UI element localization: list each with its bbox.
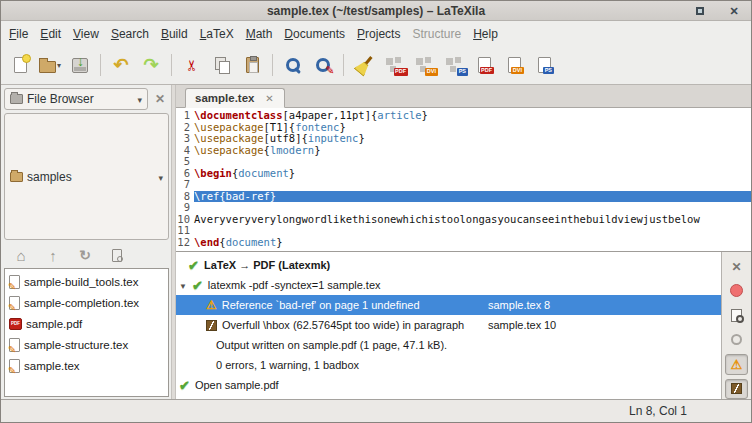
editor-line-6[interactable]: 6\begin{document}: [176, 168, 751, 180]
show-warnings-toggle[interactable]: [725, 354, 748, 375]
maximize-button[interactable]: [691, 4, 709, 18]
search-replace-icon: [315, 57, 332, 74]
line-number: 7: [176, 179, 194, 191]
close-tab-button[interactable]: [263, 92, 275, 104]
code-text: \begin{document}: [194, 168, 751, 180]
gears-icon: PS: [445, 57, 464, 74]
show-errors-toggle[interactable]: [725, 330, 748, 351]
cut-button[interactable]: [178, 51, 206, 79]
menu-edit[interactable]: Edit: [34, 24, 67, 44]
editor[interactable]: 1\documentclass[a4paper,11pt]{article}2\…: [176, 108, 751, 251]
build-latex-to-ps-button[interactable]: PS: [440, 51, 468, 79]
tab-label: sample.tex: [195, 92, 254, 104]
menu-build[interactable]: Build: [155, 24, 194, 44]
jump-icon: [112, 249, 122, 262]
dvi-badge: DVI: [425, 68, 437, 76]
show-details-button[interactable]: [725, 305, 748, 326]
directory-label: samples: [27, 170, 72, 184]
tab-sample-tex[interactable]: sample.tex: [185, 88, 285, 108]
window-buttons: [691, 1, 743, 20]
close-button[interactable]: [725, 4, 743, 18]
close-side-panel-button[interactable]: [151, 90, 169, 108]
code-text: Averyveryverylongwordlikethisonewhichist…: [194, 214, 751, 226]
view-dvi-button[interactable]: DVI: [500, 51, 528, 79]
redo-button[interactable]: [137, 51, 165, 79]
build-message-row[interactable]: ✔Open sample.pdf: [176, 375, 721, 395]
abort-build-button[interactable]: [725, 281, 748, 302]
build-message-text: Output written on sample.pdf (1 page, 47…: [216, 339, 447, 351]
file-list-item[interactable]: sample-build_tools.tex: [5, 271, 168, 292]
search-replace-button[interactable]: [309, 51, 337, 79]
build-message-row[interactable]: Overfull \hbox (62.57645pt too wide) in …: [176, 315, 721, 335]
code-text: \usepackage{lmodern}: [194, 145, 751, 157]
build-message-line: 8: [544, 299, 550, 311]
build-message-text: Open sample.pdf: [195, 379, 279, 391]
tex-file-icon: [9, 338, 20, 352]
menu-view[interactable]: View: [67, 24, 105, 44]
menu-math[interactable]: Math: [240, 24, 279, 44]
close-build-view-button[interactable]: [725, 256, 748, 277]
menu-latex[interactable]: LaTeX: [194, 24, 240, 44]
copy-icon: [213, 56, 231, 74]
undo-button[interactable]: [107, 51, 135, 79]
side-panel-component-selector[interactable]: File Browser: [4, 88, 148, 110]
build-latex-to-pdf-button[interactable]: PDF: [380, 51, 408, 79]
file-list-item[interactable]: PDFsample.pdf: [5, 313, 168, 334]
directory-combo[interactable]: samples: [4, 113, 169, 240]
errors-icon: [731, 334, 742, 345]
editor-line-4[interactable]: 4\usepackage{lmodern}: [176, 145, 751, 157]
copy-button[interactable]: [208, 51, 236, 79]
show-badboxes-toggle[interactable]: [725, 379, 748, 400]
line-number: 3: [176, 133, 194, 145]
open-file-button[interactable]: ▾: [36, 51, 64, 79]
save-icon: [72, 58, 88, 73]
menu-documents[interactable]: Documents: [278, 24, 351, 44]
file-name: sample-build_tools.tex: [24, 276, 138, 288]
file-name: sample-structure.tex: [24, 339, 128, 351]
clean-build-files-button[interactable]: [350, 51, 378, 79]
build-message-row[interactable]: Output written on sample.pdf (1 page, 47…: [176, 335, 721, 355]
cursor-position: Ln 8, Col 1: [629, 404, 687, 418]
warning-icon: ⚠: [206, 298, 217, 312]
go-to-active-document-button[interactable]: [108, 246, 126, 264]
tex-file-icon: [9, 359, 20, 373]
search-button[interactable]: [279, 51, 307, 79]
build-message-row[interactable]: ✔latexmk -pdf -synctex=1 sample.tex: [176, 275, 721, 295]
titlebar: sample.tex (~/test/samples) – LaTeXila: [1, 1, 751, 21]
file-name: sample.pdf: [26, 318, 82, 330]
build-message-row[interactable]: 0 errors, 1 warning, 1 badbox: [176, 355, 721, 375]
save-button[interactable]: [66, 51, 94, 79]
file-list-item[interactable]: sample.tex: [5, 355, 168, 376]
parent-directory-button[interactable]: [44, 246, 62, 264]
cut-icon: [186, 56, 199, 74]
menu-search[interactable]: Search: [105, 24, 155, 44]
build-message-row[interactable]: ✔LaTeX → PDF (Latexmk): [176, 255, 721, 275]
file-list-item[interactable]: sample-structure.tex: [5, 334, 168, 355]
build-message-text: 0 errors, 1 warning, 1 badbox: [216, 359, 359, 371]
menu-projects[interactable]: Projects: [351, 24, 406, 44]
build-message-row[interactable]: ⚠Reference `bad-ref' on page 1 undefined…: [176, 295, 721, 315]
maximize-icon: [696, 7, 704, 15]
doc-icon: PDF: [478, 57, 491, 73]
file-list: sample-build_tools.texsample-completion.…: [4, 268, 169, 397]
file-list-item[interactable]: sample-completion.tex: [5, 292, 168, 313]
folder-icon: [10, 172, 23, 182]
toolbar: ▾PDFDVIPSPDFDVIPS: [1, 46, 751, 85]
editor-line-12[interactable]: 12\end{document}: [176, 237, 751, 249]
view-ps-button[interactable]: PS: [530, 51, 558, 79]
menu-file[interactable]: File: [3, 24, 34, 44]
paste-button[interactable]: [238, 51, 266, 79]
build-latex-to-dvi-button[interactable]: DVI: [410, 51, 438, 79]
home-button[interactable]: [12, 246, 30, 264]
editor-line-10[interactable]: 10Averyveryverylongwordlikethisonewhichi…: [176, 214, 751, 226]
statusbar: Ln 8, Col 1: [1, 399, 751, 422]
refresh-button[interactable]: [76, 246, 94, 264]
new-file-button[interactable]: [6, 51, 34, 79]
file-browser-toolbar: [4, 242, 169, 268]
warning-icon: [731, 357, 743, 372]
view-pdf-button[interactable]: PDF: [470, 51, 498, 79]
build-output: ✔LaTeX → PDF (Latexmk)✔latexmk -pdf -syn…: [176, 252, 721, 399]
editor-line-8[interactable]: 8\ref{bad-ref}: [176, 191, 751, 203]
menu-help[interactable]: Help: [467, 24, 504, 44]
broom-icon: [355, 56, 373, 74]
